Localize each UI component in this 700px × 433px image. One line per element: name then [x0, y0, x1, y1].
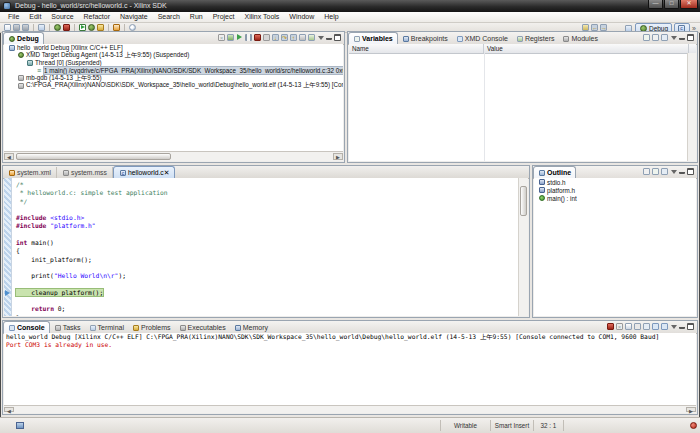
bug-icon[interactable]: [88, 24, 95, 31]
collapseall-icon[interactable]: [652, 34, 659, 41]
column-value[interactable]: Value: [484, 44, 689, 53]
menu-xilinx-tools[interactable]: Xilinx Tools: [239, 12, 284, 22]
close-button[interactable]: ✕: [680, 0, 698, 9]
debugbug-icon[interactable]: [54, 24, 61, 31]
minimize-button[interactable]: —: [648, 0, 663, 9]
menu-file[interactable]: File: [3, 12, 24, 22]
menu-run[interactable]: Run: [185, 12, 208, 22]
debug-tree-row[interactable]: XMD Target Debug Agent (14-5-13 上午9:55) …: [4, 52, 343, 60]
close-icon[interactable]: ✕: [164, 169, 170, 177]
min-icon[interactable]: [326, 35, 332, 40]
scroll-thumb[interactable]: [520, 186, 527, 216]
editor-vscrollbar[interactable]: [518, 178, 528, 316]
viewmenu-icon[interactable]: [670, 34, 677, 41]
tab-console[interactable]: Console: [3, 321, 50, 333]
menu-window[interactable]: Window: [284, 12, 319, 22]
disconnect-icon[interactable]: [263, 34, 270, 41]
dropframe-icon[interactable]: [299, 34, 306, 41]
outline-item[interactable]: stdio.h: [534, 178, 696, 186]
menu-source[interactable]: Source: [46, 12, 78, 22]
stepfilter-icon[interactable]: [308, 34, 315, 41]
removeterm-icon[interactable]: [616, 323, 623, 330]
viewmenu-icon[interactable]: [670, 323, 677, 330]
code-editor[interactable]: /* * helloworld.c: simple test applicati…: [4, 178, 528, 316]
max-icon[interactable]: [334, 34, 341, 41]
terminate-icon[interactable]: [63, 24, 70, 31]
tab-tasks[interactable]: Tasks: [50, 322, 85, 333]
stop-icon[interactable]: [254, 34, 261, 41]
menu-edit[interactable]: Edit: [24, 12, 46, 22]
notification-icon[interactable]: [690, 422, 697, 429]
debug-tree-row[interactable]: C:\FPGA_PRA(Xilinx)NANO\SDK\SDK_Workspac…: [4, 82, 343, 90]
tab-modules[interactable]: Modules: [558, 33, 601, 44]
viewmenu-icon[interactable]: [317, 34, 324, 41]
exttools-icon[interactable]: [97, 24, 104, 31]
debug-hscrollbar[interactable]: ◀ ▶: [4, 151, 343, 161]
resume-icon[interactable]: [236, 34, 243, 41]
pin-icon[interactable]: [643, 323, 650, 330]
editor-tab-system-xml[interactable]: system.xml: [3, 167, 57, 178]
viewmenu-icon[interactable]: [670, 168, 677, 175]
clear-icon[interactable]: [625, 323, 632, 330]
scroll-thumb[interactable]: [16, 153, 171, 160]
save-icon[interactable]: [13, 24, 20, 31]
xilinx-icon[interactable]: [113, 24, 120, 31]
menu-project[interactable]: Project: [208, 12, 240, 22]
run-icon[interactable]: [79, 24, 86, 31]
tab-problems[interactable]: Problems: [128, 322, 175, 333]
max-icon[interactable]: [687, 168, 694, 175]
menu-help[interactable]: Help: [319, 12, 343, 22]
max-icon[interactable]: [687, 323, 694, 330]
lastedit-icon[interactable]: [582, 24, 589, 31]
debug-tree-row[interactable]: Thread [0] (Suspended): [4, 59, 343, 67]
stepinto-icon[interactable]: [272, 34, 279, 41]
scroll-left-icon[interactable]: ◀: [4, 407, 14, 412]
outline-item[interactable]: main() : int: [534, 194, 696, 202]
tab-debug[interactable]: Debug: [3, 32, 44, 44]
status-left-icon[interactable]: [16, 422, 24, 429]
tab-outline[interactable]: Outline: [533, 166, 576, 178]
showtypes-icon[interactable]: [643, 34, 650, 41]
back-icon[interactable]: [591, 24, 598, 31]
tab-registers[interactable]: Registers: [512, 33, 559, 44]
consoledd-icon[interactable]: [652, 323, 659, 330]
column-name[interactable]: Name: [349, 44, 484, 53]
pin-icon[interactable]: [661, 34, 668, 41]
variables-vscrollbar[interactable]: [687, 53, 696, 161]
scrolllock-icon[interactable]: [634, 323, 641, 330]
tab-executables[interactable]: Executables: [175, 322, 230, 333]
console-output[interactable]: hello_world Debug [Xilinx C/C++ ELF] C:\…: [4, 333, 696, 406]
outline-item[interactable]: platform.h: [534, 186, 696, 194]
consoledd-icon[interactable]: [661, 323, 668, 330]
pin-icon[interactable]: [661, 168, 668, 175]
new-icon[interactable]: [4, 24, 11, 31]
window-icon[interactable]: [38, 24, 45, 31]
showtypes-icon[interactable]: [652, 168, 659, 175]
tab-breakpoints[interactable]: Breakpoints: [398, 33, 452, 44]
restart-icon[interactable]: [227, 34, 234, 41]
tab-xmd-console[interactable]: XMD Console: [452, 33, 512, 44]
tab-memory[interactable]: Memory: [230, 322, 272, 333]
editor-tab-system-mss[interactable]: system.mss: [57, 167, 113, 178]
menu-search[interactable]: Search: [153, 12, 185, 22]
stepover-icon[interactable]: [281, 34, 288, 41]
min-icon[interactable]: [679, 35, 685, 40]
stepreturn-icon[interactable]: [290, 34, 297, 41]
menu-navigate[interactable]: Navigate: [115, 12, 153, 22]
min-icon[interactable]: [679, 169, 685, 174]
suspend-icon[interactable]: [245, 34, 252, 41]
scroll-right-icon[interactable]: ▶: [686, 407, 696, 412]
editor-tab-helloworld-c[interactable]: helloworld.c✕: [113, 166, 176, 178]
min-icon[interactable]: [679, 324, 685, 329]
collapseall-icon[interactable]: [643, 168, 650, 175]
forward-icon[interactable]: [600, 24, 607, 31]
max-icon[interactable]: [687, 34, 694, 41]
maximize-button[interactable]: □: [664, 0, 679, 9]
tab-variables[interactable]: Variables: [348, 32, 398, 44]
scroll-right-icon[interactable]: ▶: [333, 153, 343, 160]
console-hscrollbar[interactable]: ◀ ▶: [4, 405, 696, 413]
tab-terminal[interactable]: Terminal: [85, 322, 128, 333]
menu-refactor[interactable]: Refactor: [79, 12, 115, 22]
removeterm-icon[interactable]: [218, 34, 225, 41]
scroll-left-icon[interactable]: ◀: [4, 153, 14, 160]
